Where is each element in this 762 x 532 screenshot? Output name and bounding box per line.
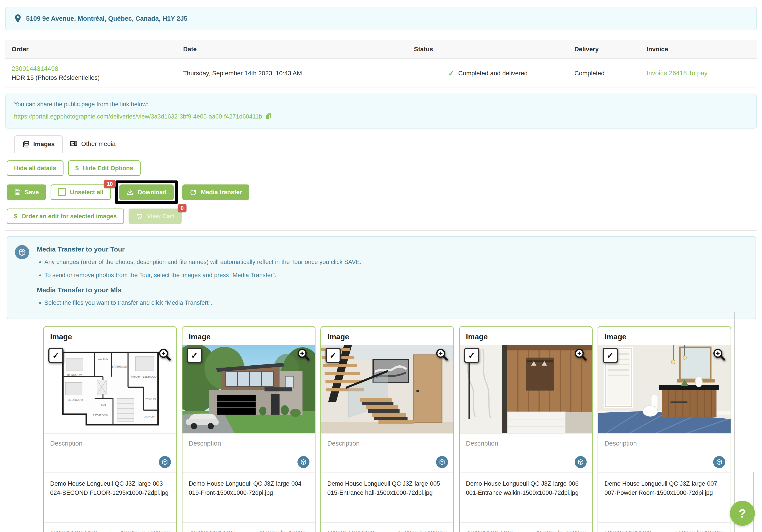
photo-house-front[interactable]: ✓ [183, 345, 315, 433]
image-card: Image [320, 326, 454, 532]
status-text: Completed and delivered [458, 70, 528, 77]
save-icon [14, 189, 21, 195]
photo-entrance-walkin[interactable]: ✓ [460, 345, 592, 433]
view-cart-label: View Cart [147, 213, 175, 220]
media-transfer-info-box: Media Transfer to your Tour Any changes … [7, 236, 756, 319]
svg-text:PRIMARY BEDROOM: PRIMARY BEDROOM [129, 375, 156, 378]
card-title: Image [44, 327, 176, 345]
svg-text:WALK-IN: WALK-IN [145, 397, 156, 400]
bullet: Select the files you want to transfer an… [44, 298, 747, 307]
select-checkbox[interactable]: ✓ [326, 348, 341, 363]
sync-icon [190, 189, 197, 196]
file-name: Demo House Longueuil QC J3Z-large-005-01… [321, 472, 453, 522]
mls-transfer-bullets: Select the files you want to transfer an… [37, 298, 747, 307]
selected-count-badge: 10 [104, 180, 115, 188]
order-ref: #2309144314498 [189, 530, 236, 532]
description-label: Description [604, 440, 637, 447]
svg-text:WALK-IN: WALK-IN [98, 357, 108, 360]
image-dimensions: 1500px by 1000px [537, 530, 586, 532]
hide-all-details-button[interactable]: Hide all details [7, 160, 63, 176]
download-highlight-box: Download [115, 181, 178, 204]
order-ref: #2309144314498 [327, 530, 374, 532]
description-section: Description [460, 433, 592, 472]
image-card: Image ✓ [459, 326, 593, 532]
copy-link-icon[interactable] [265, 113, 272, 120]
tour-transfer-title: Media Transfer to your Tour [37, 246, 747, 253]
zoom-in-icon[interactable] [296, 347, 311, 364]
tab-bar: Images Other media [5, 135, 757, 153]
media-transfer-toggle-icon[interactable] [713, 456, 725, 468]
col-order: Order [5, 40, 177, 58]
public-page-link[interactable]: https://portail.egpphotographie.com/deli… [14, 113, 262, 120]
tab-other-media-label: Other media [81, 140, 115, 147]
invoice-link[interactable]: Invoice 26418 To pay [647, 69, 750, 77]
image-dimensions: 1500px by 1000px [675, 530, 724, 532]
package-icon [15, 245, 29, 259]
order-edit-button[interactable]: $ Order an edit for selected images [7, 208, 124, 224]
zoom-in-icon[interactable] [573, 347, 588, 364]
checkbox-outline-icon [58, 188, 66, 196]
select-checkbox[interactable]: ✓ [48, 348, 63, 363]
media-transfer-toggle-icon[interactable] [297, 456, 309, 468]
image-dimensions: 1500px by 1000px [259, 530, 309, 532]
help-button[interactable]: ? [730, 501, 755, 526]
svg-text:BEDROOM: BEDROOM [68, 398, 83, 402]
file-name: Demo House Longueuil QC J3Z-large-003-02… [44, 472, 176, 522]
tab-other-media[interactable]: Other media [63, 135, 123, 153]
tour-transfer-bullets: Any changes (order of the photos, descri… [37, 258, 747, 279]
card-title: Image [183, 327, 315, 345]
svg-text:HALL: HALL [101, 403, 108, 406]
photo-floor-plan[interactable]: BEDROOM WALK-IN BATHROOM PRIMARY BEDROOM… [44, 345, 176, 433]
media-transfer-button[interactable]: Media transfer [182, 185, 249, 200]
svg-text:BATHROOM: BATHROOM [112, 365, 127, 368]
unselect-all-button[interactable]: Unselect all [50, 185, 111, 200]
view-cart-button[interactable]: View Cart [128, 208, 182, 224]
order-table-header: Order Date Status Delivery Invoice [5, 40, 757, 59]
order-number-link[interactable]: 2309144314498 [12, 65, 171, 72]
col-date: Date [177, 40, 408, 58]
order-table: Order Date Status Delivery Invoice 23091… [5, 39, 757, 88]
divider [5, 230, 757, 231]
cart-icon [136, 213, 143, 220]
unselect-all-label: Unselect all [70, 189, 104, 196]
order-ref: #2309144314498 [466, 530, 513, 532]
media-transfer-toggle-icon[interactable] [436, 456, 448, 468]
property-address: 5109 9e Avenue, Montréal, Québec, Canada… [26, 15, 188, 22]
file-name: Demo House Longueuil QC J3Z-large-004-01… [183, 472, 315, 522]
card-title: Image [321, 327, 453, 345]
image-dimensions: 1500px by 1000px [398, 530, 447, 532]
media-transfer-toggle-icon[interactable] [159, 456, 171, 468]
dollar-icon: $ [14, 213, 17, 220]
date-cell: Thursday, September 14th 2023, 10:43 AM [177, 59, 408, 88]
col-delivery: Delivery [568, 40, 640, 58]
hide-edit-options-button[interactable]: $ Hide Edit Options [68, 160, 141, 176]
description-section: Description [44, 433, 176, 472]
download-button[interactable]: Download [119, 185, 174, 200]
download-label: Download [138, 189, 166, 196]
dollar-icon: $ [75, 165, 79, 172]
zoom-in-icon[interactable] [158, 347, 172, 364]
other-media-icon [70, 140, 78, 148]
zoom-in-icon[interactable] [712, 347, 726, 364]
select-checkbox[interactable]: ✓ [464, 348, 479, 363]
photo-powder-room[interactable]: ✓ [598, 345, 730, 433]
order-product: HDR 15 (Photos Résidentielles) [12, 74, 171, 81]
order-edit-label: Order an edit for selected images [21, 213, 117, 220]
card-title: Image [460, 327, 592, 345]
select-checkbox[interactable]: ✓ [187, 348, 202, 363]
svg-text:BATHROOM: BATHROOM [93, 414, 108, 417]
media-transfer-toggle-icon[interactable] [574, 456, 587, 468]
tab-images-label: Images [33, 141, 55, 148]
description-label: Description [50, 440, 82, 447]
save-button[interactable]: Save [7, 185, 46, 200]
invoice-cell: Invoice 26418 To pay [640, 59, 757, 88]
tab-images[interactable]: Images [14, 135, 63, 153]
meta-row: #2309144314498 1500px by 1000px [460, 522, 592, 532]
hide-all-details-label: Hide all details [14, 165, 56, 172]
scrollbar-line[interactable] [753, 472, 754, 532]
photo-entrance-hall[interactable]: ✓ [321, 345, 453, 433]
svg-text:BEDROOM: BEDROOM [67, 373, 82, 376]
bullet: Any changes (order of the photos, descri… [44, 258, 747, 267]
select-checkbox[interactable]: ✓ [603, 348, 618, 363]
zoom-in-icon[interactable] [435, 347, 449, 364]
